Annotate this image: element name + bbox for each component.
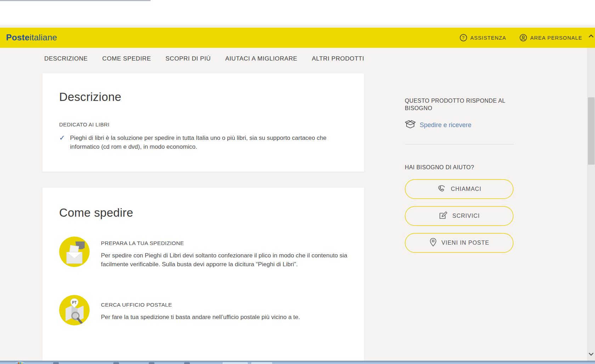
step1-text: Per spedire con Pieghi di Libri devi sol… <box>101 251 351 269</box>
question-circle-icon: ? <box>460 34 467 41</box>
descrizione-title: Descrizione <box>59 90 121 104</box>
tab-come-spedire[interactable]: COME SPEDIRE <box>102 55 151 62</box>
preheader-strip <box>0 23 595 28</box>
map-pin-icon <box>429 238 437 248</box>
pencil-square-icon <box>438 211 448 221</box>
taskbar-window-button[interactable] <box>251 362 273 364</box>
tab-descrizione[interactable]: DESCRIZIONE <box>44 55 88 62</box>
area-personale-link[interactable]: AREA PERSONALE <box>520 34 582 41</box>
spedire-e-ricevere-label: Spedire e ricevere <box>420 121 471 129</box>
assistenza-label: ASSISTENZA <box>470 35 506 41</box>
parcel-icon <box>405 119 416 131</box>
taskbar-icon[interactable] <box>53 362 59 364</box>
product-nav: DESCRIZIONE COME SPEDIRE SCOPRI DI PIÙ A… <box>0 48 595 70</box>
vieni-in-poste-button[interactable]: VIENI IN POSTE <box>405 233 514 253</box>
logo-bold: Poste <box>6 33 29 42</box>
needs-heading: QUESTO PRODOTTO RISPONDE AL BISOGNO <box>405 97 511 112</box>
phone-icon <box>437 184 446 194</box>
scrivici-button[interactable]: SCRIVICI <box>405 206 514 226</box>
screen: Posteitaliane ? ASSISTENZA AREA PERSONAL… <box>0 0 595 364</box>
tab-scopri-di-piu[interactable]: SCOPRI DI PIÙ <box>165 55 211 62</box>
header-links: ? ASSISTENZA AREA PERSONALE <box>460 28 582 48</box>
descrizione-card: Descrizione DEDICATO AI LIBRI ✓ Pieghi d… <box>42 73 364 172</box>
tab-aiutaci-a-migliorare[interactable]: AIUTACI A MIGLIORARE <box>225 55 297 62</box>
spedire-e-ricevere-link[interactable]: Spedire e ricevere <box>405 119 471 131</box>
envelope-hand-icon <box>59 237 90 267</box>
taskbar-window-button[interactable] <box>222 362 248 364</box>
site-header: Posteitaliane ? ASSISTENZA AREA PERSONAL… <box>0 28 595 48</box>
descrizione-bullet-text: Pieghi di libri è la soluzione per spedi… <box>70 133 328 151</box>
descrizione-bullet: ✓ Pieghi di libri è la soluzione per spe… <box>59 133 328 151</box>
browser-top-line <box>0 0 151 1</box>
scrollbar-thumb[interactable] <box>588 97 595 165</box>
sidebar-divider <box>405 144 514 144</box>
checkmark-icon: ✓ <box>59 133 65 151</box>
map-search-icon: PT <box>59 295 90 325</box>
posteitaliane-logo[interactable]: Posteitaliane <box>6 33 57 42</box>
vieni-in-poste-label: VIENI IN POSTE <box>442 240 489 246</box>
svg-text:PT: PT <box>72 301 77 305</box>
chiamaci-label: CHIAMACI <box>451 186 481 192</box>
taskbar-icon[interactable] <box>149 362 154 364</box>
step2-text: Per fare la tua spedizione ti basta anda… <box>101 313 351 322</box>
assistenza-link[interactable]: ? ASSISTENZA <box>460 34 506 41</box>
area-personale-label: AREA PERSONALE <box>530 35 582 41</box>
taskbar-icon[interactable] <box>184 362 190 364</box>
scrollbar-down-arrow[interactable] <box>588 351 594 356</box>
taskbar-icon[interactable] <box>113 362 119 364</box>
come-spedire-card: Come spedire PREPARA LA TUA SPEDIZIONE P… <box>42 188 364 364</box>
chiamaci-button[interactable]: CHIAMACI <box>405 179 514 199</box>
tab-altri-prodotti[interactable]: ALTRI PRODOTTI <box>312 55 364 62</box>
windows-taskbar[interactable] <box>0 361 595 364</box>
user-circle-icon <box>520 34 527 41</box>
help-heading: HAI BISOGNO DI AIUTO? <box>405 164 511 171</box>
come-spedire-title: Come spedire <box>59 206 133 220</box>
logo-regular: italiane <box>29 33 57 42</box>
scrollbar-up-arrow[interactable] <box>588 33 594 38</box>
scrollbar-track[interactable] <box>587 48 595 361</box>
dedicato-ai-libri-heading: DEDICATO AI LIBRI <box>59 121 109 127</box>
windows-logo-icon <box>18 362 23 364</box>
step2-title: CERCA UFFICIO POSTALE <box>101 302 172 308</box>
step1-title: PREPARA LA TUA SPEDIZIONE <box>101 240 184 246</box>
scrivici-label: SCRIVICI <box>452 213 480 219</box>
svg-text:?: ? <box>462 35 465 40</box>
